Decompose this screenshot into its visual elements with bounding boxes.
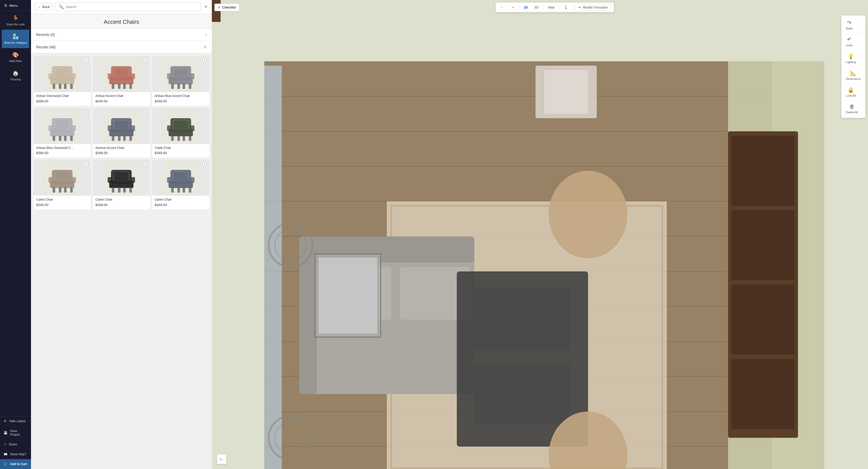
- recents-section[interactable]: Recents (0) ›: [31, 29, 212, 41]
- svg-rect-34: [59, 136, 61, 141]
- collapse-panel-button[interactable]: ⊢: [217, 455, 226, 464]
- product-info-icon[interactable]: ℹ: [202, 110, 207, 115]
- dimensions-button[interactable]: 📐 Dimensions: [843, 67, 864, 83]
- results-chevron-icon: ∨: [204, 45, 207, 49]
- redo-label: Redo: [846, 27, 853, 30]
- product-card[interactable]: ℹ Calvin Chair $349.00: [93, 159, 150, 209]
- product-card[interactable]: ℹ Artisan Blue Accent Chair $349.00: [152, 56, 209, 106]
- svg-rect-63: [53, 187, 55, 193]
- svg-rect-39: [55, 120, 69, 129]
- delete-all-button[interactable]: 🗑 Delete All: [843, 101, 861, 116]
- svg-rect-62: [50, 181, 74, 188]
- svg-rect-8: [71, 74, 76, 79]
- undo-button[interactable]: ↶ Undo: [843, 34, 856, 49]
- right-tools-panel: ↷ Redo ↶ Undo 💡 Lighting 📐 Dimensions 🔒 …: [841, 16, 865, 118]
- panel-header: ← Back 🔍 ×: [31, 0, 212, 14]
- sidebar-bottom-share[interactable]: ↗ Share: [0, 440, 31, 449]
- product-info-icon[interactable]: ℹ: [202, 58, 207, 63]
- product-price: $349.00: [36, 203, 88, 207]
- search-input[interactable]: [66, 5, 197, 9]
- product-card[interactable]: ℹ Calvin Chair $349.00: [152, 159, 209, 209]
- product-info-icon[interactable]: ℹ: [143, 58, 148, 63]
- product-card[interactable]: ℹ Caleb Chair $349.00: [152, 108, 209, 158]
- recents-chevron-icon: ›: [206, 32, 207, 37]
- walk-button[interactable]: 🚶: [561, 4, 571, 10]
- svg-rect-14: [118, 84, 121, 89]
- product-info: Avenue Accent Chair $399.00: [93, 144, 150, 158]
- svg-rect-117: [474, 289, 571, 350]
- product-card[interactable]: ℹ Artisan Blue Oversized C... $399.00: [34, 108, 91, 158]
- checklist-button[interactable]: ✓ Checklist: [214, 4, 239, 11]
- product-card[interactable]: ℹ Aritsan Oversized Chair $399.00: [34, 56, 91, 106]
- product-card[interactable]: ℹ Avenue Accent Chair $399.00: [93, 108, 150, 158]
- svg-rect-33: [53, 136, 55, 141]
- svg-rect-67: [49, 177, 53, 183]
- lock-all-label: Lock All: [846, 94, 856, 97]
- product-name: Avenue Accent Chair: [95, 146, 147, 150]
- wall-button[interactable]: Wall: [546, 4, 557, 10]
- svg-rect-78: [130, 177, 135, 183]
- hide-labels-icon: 👁: [4, 419, 7, 423]
- sidebar-bottom-add-to-cart[interactable]: 🛒 Add to Cart: [0, 459, 31, 469]
- sidebar-item-wall-paint[interactable]: 🎨 Wall Paint: [2, 48, 29, 66]
- product-info-icon[interactable]: ℹ: [143, 110, 148, 115]
- product-card[interactable]: ℹ Artisan Accent Chair $349.00: [93, 56, 150, 106]
- product-info-icon[interactable]: ℹ: [84, 110, 89, 115]
- svg-rect-137: [544, 70, 588, 114]
- product-image: [93, 108, 150, 144]
- close-button[interactable]: ×: [203, 3, 208, 10]
- view-2d-button[interactable]: 2D: [521, 4, 531, 10]
- view-3d-button[interactable]: 3D: [532, 4, 541, 10]
- product-info-icon[interactable]: ℹ: [143, 162, 148, 167]
- svg-rect-118: [474, 363, 571, 424]
- menu-button[interactable]: ☰ Menu: [0, 0, 31, 11]
- sidebar-bottom-save-project[interactable]: 💾 Save Project: [0, 426, 31, 440]
- sidebar-item-shop-the-look[interactable]: 🪑 Shop the Look: [2, 11, 29, 30]
- product-price: $349.00: [155, 151, 207, 155]
- wall-paint-label: Wall Paint: [9, 59, 22, 63]
- back-label: Back: [42, 5, 50, 9]
- product-price: $349.00: [95, 99, 147, 103]
- svg-rect-59: [174, 120, 188, 129]
- lock-all-icon: 🔒: [847, 87, 854, 93]
- need-help-label: Need Help?: [10, 452, 26, 456]
- svg-rect-74: [118, 187, 121, 193]
- product-info: Aritsan Oversized Chair $399.00: [34, 92, 91, 106]
- redo-button[interactable]: ↷ Redo: [843, 17, 856, 33]
- svg-rect-4: [59, 84, 61, 89]
- checklist-label: Checklist: [222, 5, 236, 9]
- svg-rect-46: [129, 136, 132, 141]
- product-name: Caleb Chair: [155, 146, 207, 150]
- share-label: Share: [9, 443, 17, 446]
- sidebar-item-shop-by-category[interactable]: 🏪 Shop By Category: [2, 30, 29, 48]
- lighting-button[interactable]: 💡 Lighting: [843, 51, 859, 66]
- product-card[interactable]: ℹ Calvin Chair $349.00: [34, 159, 91, 209]
- svg-rect-83: [171, 187, 174, 193]
- svg-rect-3: [53, 84, 55, 89]
- svg-rect-13: [112, 84, 115, 89]
- modify-floorplan-button[interactable]: ✏ Modify Floorplan: [575, 4, 611, 11]
- svg-rect-36: [70, 136, 73, 141]
- results-section[interactable]: Results (48) ∨: [31, 41, 212, 53]
- svg-rect-15: [123, 84, 126, 89]
- zoom-out-button[interactable]: −: [498, 4, 505, 10]
- sidebar-item-flooring[interactable]: 🏠 Flooring: [2, 66, 29, 85]
- room-visualization[interactable]: [212, 0, 868, 469]
- product-image: [152, 108, 209, 144]
- svg-rect-23: [171, 84, 174, 89]
- back-button[interactable]: ← Back: [35, 3, 53, 10]
- add-to-cart-label: Add to Cart: [10, 462, 27, 466]
- sidebar-bottom-hide-labels[interactable]: 👁 Hide Labels: [0, 416, 31, 426]
- sidebar-bottom-need-help[interactable]: 📖 Need Help?: [0, 449, 31, 459]
- lock-all-button[interactable]: 🔒 Lock All: [843, 84, 859, 100]
- svg-rect-47: [108, 125, 113, 131]
- tool-separator: [843, 50, 864, 50]
- svg-rect-22: [168, 77, 193, 84]
- recents-label: Recents (0): [36, 33, 55, 37]
- collapse-icon: ⊢: [220, 457, 223, 462]
- svg-rect-19: [115, 68, 128, 77]
- zoom-in-button[interactable]: +: [510, 4, 517, 10]
- svg-rect-53: [171, 136, 174, 141]
- product-price: $399.00: [36, 151, 88, 155]
- save-project-label: Save Project: [10, 429, 27, 436]
